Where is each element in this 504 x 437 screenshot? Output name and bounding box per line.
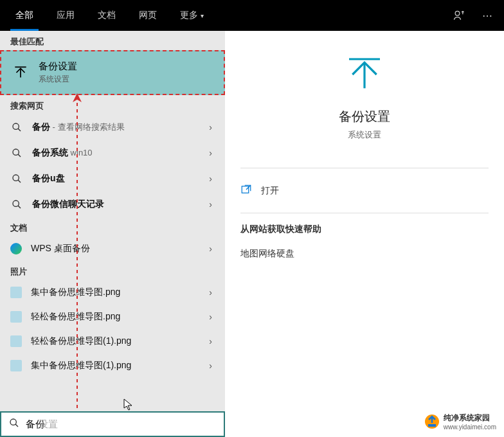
photo-name: 集中备份思维导图(1).png [31,360,200,371]
watermark-logo-icon [424,414,440,429]
chevron-right-icon: › [209,174,215,184]
photo-item[interactable]: 集中备份思维导图(1).png› [0,353,225,378]
chevron-right-icon: › [209,199,215,210]
best-match-subtitle: 系统设置 [39,74,77,85]
svg-point-1 [13,123,19,129]
watermark-url: www.yidaimei.com [444,424,496,431]
svg-point-6 [10,419,16,425]
search-icon [10,198,23,211]
best-match-title: 备份设置 [39,60,77,73]
web-result-text: 备份 - 查看网络搜索结果 [32,121,200,133]
divider [240,213,489,213]
chevron-right-icon: › [209,244,215,254]
photo-name: 轻松备份思维导图(1).png [31,335,200,347]
chevron-right-icon: › [209,361,215,371]
detail-subtitle: 系统设置 [348,129,381,141]
detail-panel: 备份设置 系统设置 打开 从网站获取快速帮助 地图网络硬盘 [225,31,504,411]
search-icon [10,172,23,185]
documents-label: 文档 [0,217,225,236]
best-match-item[interactable]: 备份设置 系统设置 [0,50,225,95]
chevron-right-icon: › [209,336,215,346]
search-icon [9,418,19,431]
search-tabs: 全部 应用 文档 网页 更多▾ [5,0,214,31]
image-icon [10,287,22,298]
chevron-right-icon: › [209,287,215,298]
image-icon [10,335,22,347]
best-match-label: 最佳匹配 [0,31,225,50]
svg-point-3 [13,175,19,181]
search-web-label: 搜索网页 [0,95,225,114]
help-heading: 从网站获取快速帮助 [240,224,489,235]
photo-item[interactable]: 轻松备份思维导图(1).png› [0,329,225,353]
image-icon [10,311,22,323]
divider [240,168,489,168]
open-icon [240,184,252,197]
web-result-text: 备份系统 win10 [32,147,200,159]
search-ghost-text: 设置 [39,418,58,431]
open-action[interactable]: 打开 [240,176,489,205]
chevron-right-icon: › [209,312,215,322]
photo-item[interactable]: 轻松备份思维导图.png› [0,305,225,329]
feedback-icon[interactable] [447,4,471,27]
chevron-down-icon: ▾ [201,12,204,19]
web-result-item[interactable]: 备份u盘› [0,166,225,192]
web-result-item[interactable]: 备份系统 win10› [0,140,225,166]
results-panel: 最佳匹配 备份设置 系统设置 搜索网页 备份 - 查看网络搜索结果›备份系统 w… [0,31,225,411]
tab-all[interactable]: 全部 [5,0,44,31]
web-result-text: 备份微信聊天记录 [32,199,200,210]
web-result-item[interactable]: 备份微信聊天记录› [0,192,225,217]
svg-point-2 [13,149,19,155]
svg-point-0 [455,11,460,15]
watermark: 纯净系统家园 www.yidaimei.com [424,413,496,431]
detail-title: 备份设置 [339,108,390,125]
tab-documents[interactable]: 文档 [87,0,126,31]
search-icon [10,147,23,159]
search-icon [10,121,23,134]
chevron-right-icon: › [209,148,215,158]
search-bar[interactable]: 设置 [0,411,225,437]
chevron-right-icon: › [209,122,215,132]
more-options-icon[interactable]: ⋯ [476,4,499,27]
image-icon [10,360,22,371]
wps-icon [10,243,22,254]
tab-web[interactable]: 网页 [129,0,167,31]
tab-more[interactable]: 更多▾ [170,0,214,31]
photos-label: 照片 [0,261,225,280]
svg-rect-5 [242,186,249,193]
photo-name: 轻松备份思维导图.png [31,311,200,323]
watermark-brand: 纯净系统家园 [444,413,496,424]
tab-apps[interactable]: 应用 [46,0,85,31]
header-bar: 全部 应用 文档 网页 更多▾ ⋯ [0,0,504,31]
web-result-text: 备份u盘 [32,173,200,184]
open-label: 打开 [261,185,279,197]
svg-point-4 [13,201,19,206]
document-name: WPS 桌面备份 [31,243,200,254]
document-item[interactable]: WPS 桌面备份 › [0,236,225,261]
help-link[interactable]: 地图网络硬盘 [240,243,489,265]
header-actions: ⋯ [447,4,499,27]
web-result-item[interactable]: 备份 - 查看网络搜索结果› [0,114,225,140]
photo-name: 集中备份思维导图.png [31,287,200,298]
backup-icon [12,64,30,82]
photo-item[interactable]: 集中备份思维导图.png› [0,280,225,305]
backup-large-icon [344,54,385,98]
